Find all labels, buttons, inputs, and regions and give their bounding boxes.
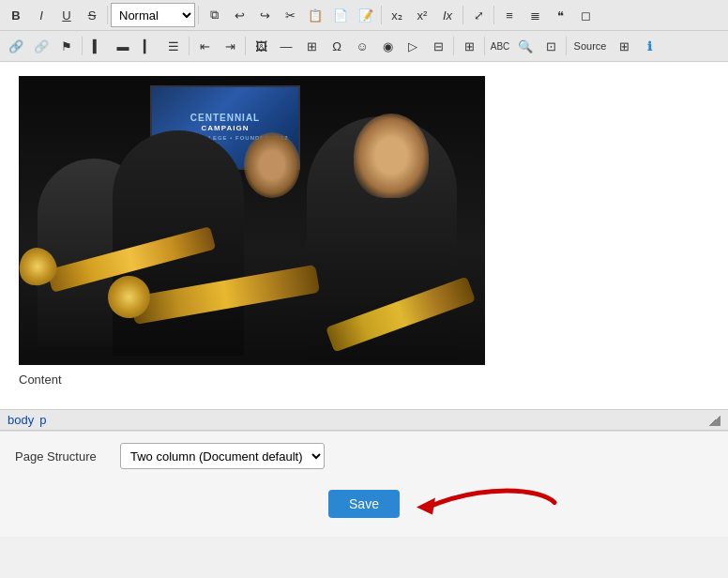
orchestra-scene: CENTENNIAL CAMPAIGN BOSTON COLLEGE • fou… [19, 76, 485, 365]
separator [245, 37, 246, 55]
status-bar: body p [0, 409, 728, 431]
info-button[interactable]: ℹ [637, 34, 661, 58]
editor-area[interactable]: CENTENNIAL CAMPAIGN BOSTON COLLEGE • fou… [0, 62, 728, 409]
separator [453, 37, 454, 55]
align-right-button[interactable]: ▎ [136, 34, 160, 58]
status-body-link[interactable]: body [8, 413, 34, 427]
image-button[interactable]: 🖼 [249, 34, 273, 58]
ordered-list-button[interactable]: ≡ [497, 3, 522, 27]
separator [107, 6, 108, 24]
align-left-button[interactable]: ▍ [85, 34, 110, 58]
copy-button[interactable]: ⧉ [202, 3, 226, 27]
play-button[interactable]: ▷ [401, 34, 425, 58]
pagebreak-button[interactable]: ⊟ [426, 34, 450, 58]
status-p-link[interactable]: p [39, 413, 46, 427]
align-image-button[interactable]: — [274, 34, 298, 58]
templates-button[interactable]: ⊞ [612, 34, 636, 58]
format-select[interactable]: Normal Heading 1 Heading 2 Heading 3 [111, 3, 195, 27]
strikethrough-button[interactable]: S [80, 3, 104, 27]
italic-button[interactable]: I [29, 3, 53, 27]
paste-text-button[interactable]: 📄 [328, 3, 353, 27]
svg-marker-0 [417, 498, 435, 515]
decrease-indent-button[interactable]: ⇤ [192, 34, 217, 58]
show-blocks-button[interactable]: ⊡ [538, 34, 563, 58]
blockquote-button[interactable]: ❝ [548, 3, 572, 27]
editor-image: CENTENNIAL CAMPAIGN BOSTON COLLEGE • fou… [19, 76, 485, 365]
unordered-list-button[interactable]: ≣ [523, 3, 547, 27]
bottom-panel: Page Structure Two column (Document defa… [0, 431, 728, 537]
page-structure-row: Page Structure Two column (Document defa… [15, 443, 713, 469]
bold-button[interactable]: B [4, 3, 28, 27]
resize-handle[interactable] [709, 415, 720, 426]
paste-button[interactable]: 📋 [303, 3, 327, 27]
justify-button[interactable]: ☰ [161, 34, 186, 58]
page-structure-select[interactable]: Two column (Document default) One column… [120, 443, 325, 469]
separator [189, 37, 190, 55]
media-button[interactable]: ◉ [375, 34, 400, 58]
remove-format-button[interactable]: Ix [435, 3, 460, 27]
separator [493, 6, 494, 24]
omega-button[interactable]: Ω [325, 34, 349, 58]
undo-button[interactable]: ↩ [227, 3, 251, 27]
separator [198, 6, 199, 24]
spellcheck-button[interactable]: ABC [488, 34, 512, 58]
table2-button[interactable]: ⊞ [457, 34, 481, 58]
save-area: Save [15, 482, 713, 525]
table-button[interactable]: ⊞ [299, 34, 324, 58]
subscript-button[interactable]: x₂ [385, 3, 409, 27]
paste-word-button[interactable]: 📝 [354, 3, 378, 27]
toolbar: B I U S Normal Heading 1 Heading 2 Headi… [0, 0, 728, 62]
source-button[interactable]: Source [569, 34, 611, 58]
unlink-button[interactable]: 🔗 [29, 34, 53, 58]
separator [484, 37, 485, 55]
align-center-button[interactable]: ▬ [111, 34, 135, 58]
find-button[interactable]: 🔍 [513, 34, 538, 58]
toolbar-row2: 🔗 🔗 ⚑ ▍ ▬ ▎ ☰ ⇤ ⇥ 🖼 — ⊞ Ω ☺ ◉ ▷ ⊟ ⊞ ABC … [0, 31, 728, 61]
separator [463, 6, 463, 24]
underline-button[interactable]: U [54, 3, 79, 27]
fullscreen-button[interactable]: ⤢ [466, 3, 491, 27]
status-bar-right [709, 415, 720, 426]
smiley-button[interactable]: ☺ [350, 34, 374, 58]
separator [82, 37, 83, 55]
link-button[interactable]: 🔗 [4, 34, 28, 58]
page-structure-label: Page Structure [15, 449, 109, 464]
red-arrow [409, 479, 559, 529]
cut-button[interactable]: ✂ [278, 3, 302, 27]
separator [381, 6, 382, 24]
special-char-button[interactable]: ◻ [573, 3, 598, 27]
musician-face-2 [244, 132, 300, 198]
increase-indent-button[interactable]: ⇥ [218, 34, 242, 58]
musician-face-1 [354, 114, 429, 198]
separator [566, 37, 567, 55]
superscript-button[interactable]: x² [410, 3, 434, 27]
toolbar-row1: B I U S Normal Heading 1 Heading 2 Headi… [0, 0, 728, 31]
save-button[interactable]: Save [328, 490, 400, 518]
redo-button[interactable]: ↪ [252, 3, 277, 27]
editor-caption: Content [19, 373, 709, 387]
anchor-button[interactable]: ⚑ [54, 34, 79, 58]
